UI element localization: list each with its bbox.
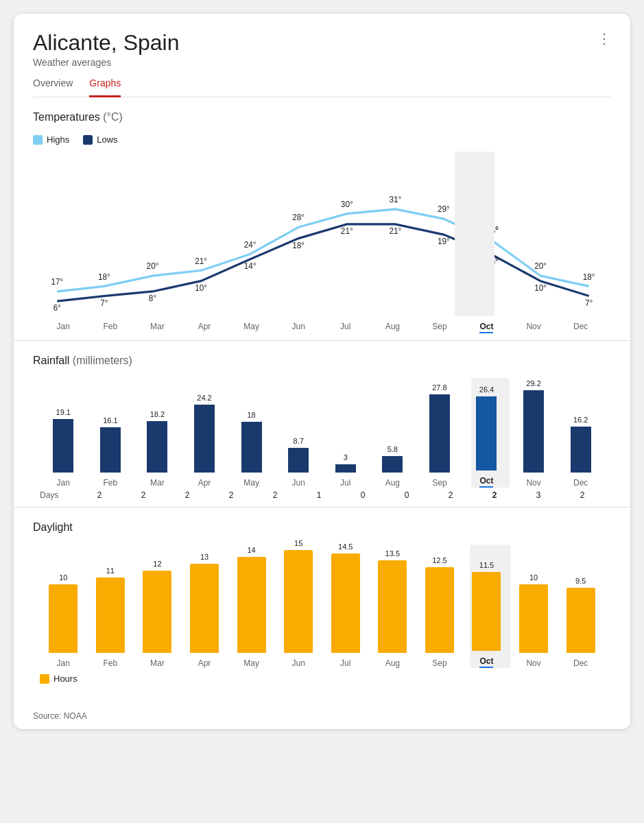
highs-color (33, 135, 43, 145)
day-value-dec: 9.5 (575, 577, 586, 585)
legend-highs: Highs (33, 134, 69, 145)
day-month-apr: Apr (198, 658, 211, 668)
svg-text:21°: 21° (341, 226, 353, 236)
rain-value-oct: 26.4 (479, 385, 494, 394)
rain-bar-mar (147, 421, 167, 473)
day-col-jul: 14.5 Jul (331, 542, 360, 668)
rain-bar-oct (476, 396, 497, 470)
month-dec: Dec (560, 322, 601, 333)
highs-label: Highs (47, 134, 69, 145)
day-col-sep: 12.5 Sep (425, 556, 454, 668)
svg-text:19°: 19° (438, 237, 450, 247)
daylight-chart: 10 Jan 11 Feb 12 Mar 13 Apr 14 May 15 Ju… (33, 545, 611, 668)
tab-overview[interactable]: Overview (33, 77, 73, 97)
days-cell-oct: 2 (474, 490, 515, 500)
rain-bar-dec (571, 427, 591, 473)
day-month-feb: Feb (104, 658, 118, 668)
days-cell-apr: 2 (211, 490, 252, 500)
day-value-aug: 13.5 (385, 549, 400, 558)
legend-lows: Lows (83, 134, 117, 145)
tab-bar: Overview Graphs (33, 77, 611, 97)
month-may: May (231, 322, 272, 333)
rain-month-mar: Mar (150, 478, 165, 488)
svg-text:20°: 20° (534, 261, 547, 272)
day-month-may: May (243, 658, 259, 668)
days-cell-sep: 2 (430, 490, 471, 500)
day-bar-dec (567, 588, 595, 653)
day-value-oct: 11.5 (479, 561, 494, 569)
day-value-jun: 15 (294, 539, 302, 547)
day-bar-jan (49, 584, 77, 653)
days-cell-may: 2 (254, 490, 296, 500)
svg-text:21°: 21° (389, 226, 401, 236)
days-row: Days 222221002232 (33, 488, 611, 500)
day-month-jul: Jul (340, 658, 350, 668)
day-bar-feb (96, 577, 125, 653)
daylight-legend: Hours (33, 673, 611, 684)
more-button[interactable]: ⋮ (597, 30, 611, 47)
month-aug: Aug (372, 322, 413, 333)
day-value-jul: 14.5 (338, 542, 353, 551)
day-bar-aug (378, 560, 407, 653)
rain-value-jan: 19.1 (56, 408, 71, 416)
day-value-apr: 13 (200, 553, 208, 561)
svg-text:20°: 20° (147, 261, 159, 272)
days-cell-nov: 3 (518, 490, 559, 500)
day-col-mar: 12 Mar (143, 560, 171, 668)
daylight-chart-wrapper: 10 Jan 11 Feb 12 Mar 13 Apr 14 May 15 Ju… (33, 545, 611, 668)
day-month-jun: Jun (291, 658, 305, 668)
rain-value-may: 18 (247, 411, 255, 419)
rain-bar-apr (194, 405, 215, 473)
rain-bar-may (241, 422, 262, 473)
rain-col-mar: 18.2 Mar (147, 410, 167, 488)
svg-text:18°: 18° (292, 240, 305, 250)
temperature-title: Temperatures (°C) (33, 111, 611, 123)
day-month-dec: Dec (573, 658, 588, 668)
rainfall-title: Rainfall (millimeters) (33, 355, 611, 367)
rain-month-may: May (243, 478, 259, 488)
svg-text:21°: 21° (195, 256, 207, 266)
hours-color (40, 674, 49, 684)
rain-month-dec: Dec (573, 478, 588, 488)
day-bar-mar (143, 571, 171, 653)
svg-text:10°: 10° (195, 283, 207, 293)
rainfall-unit: (millimeters) (73, 355, 132, 366)
source-text: Source: NOAA (14, 703, 630, 729)
rain-month-apr: Apr (198, 478, 211, 488)
month-mar: Mar (136, 322, 178, 333)
day-value-may: 14 (247, 546, 255, 554)
month-jul: Jul (325, 322, 366, 333)
svg-text:10°: 10° (534, 283, 547, 293)
tab-graphs[interactable]: Graphs (89, 77, 121, 97)
month-nov: Nov (513, 322, 554, 333)
rain-month-sep: Sep (432, 478, 446, 488)
rain-col-nov: 29.2 Nov (523, 379, 544, 488)
svg-text:8°: 8° (149, 294, 156, 304)
days-cell-jan: 2 (79, 490, 120, 500)
day-month-sep: Sep (432, 658, 446, 668)
day-col-aug: 13.5 Aug (378, 549, 407, 668)
svg-text:24°: 24° (244, 239, 257, 250)
temperature-svg: 17° 18° 20° 21° 24° 28° 30° 31° 29° 25° … (33, 152, 611, 316)
days-cell-aug: 0 (386, 490, 427, 500)
rain-value-mar: 18.2 (150, 410, 165, 418)
rain-col-jun: 8.7 Jun (288, 437, 309, 488)
day-col-dec: 9.5 Dec (567, 577, 595, 668)
day-bar-oct (472, 572, 501, 651)
svg-text:17°: 17° (51, 277, 63, 287)
month-oct-temp[interactable]: Oct (466, 322, 507, 333)
temperature-section: Temperatures (°C) Highs Lows (14, 97, 630, 341)
rain-month-nov: Nov (526, 478, 540, 488)
day-month-mar: Mar (150, 658, 165, 668)
rain-value-jun: 8.7 (294, 437, 304, 445)
day-month-jan: Jan (57, 658, 70, 668)
day-value-nov: 10 (529, 573, 538, 582)
day-month-aug: Aug (385, 658, 400, 668)
svg-text:28°: 28° (292, 213, 305, 223)
day-bar-jun (284, 550, 313, 653)
temperature-month-labels: Jan Feb Mar Apr May Jun Jul Aug Sep Oct … (33, 322, 611, 333)
hours-label: Hours (53, 673, 77, 684)
rain-col-jul: 3 Jul (335, 453, 356, 488)
day-col-may: 14 May (237, 546, 266, 668)
rain-month-jan: Jan (57, 478, 70, 488)
